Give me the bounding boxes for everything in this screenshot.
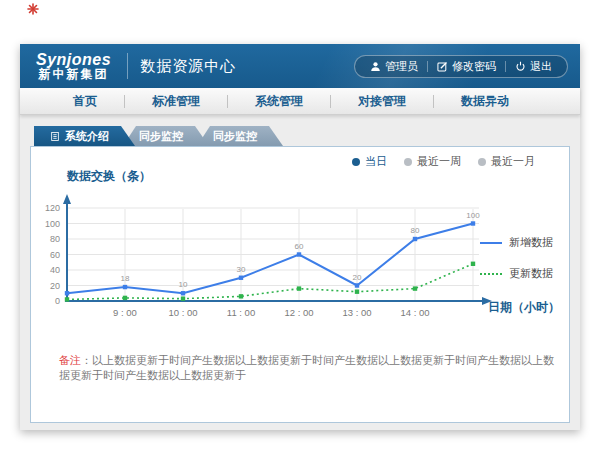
svg-text:100: 100 <box>466 211 480 220</box>
page-logo-mark <box>27 3 39 15</box>
svg-text:日期（小时）: 日期（小时） <box>488 300 560 314</box>
svg-text:12 : 00: 12 : 00 <box>284 307 313 318</box>
radio-today[interactable]: 当日 <box>352 154 387 169</box>
footnote-text: ：以上数据更新于时间产生数据以上数据更新于时间产生数据以上数据更新于时间产生数据… <box>59 354 554 381</box>
radio-label: 当日 <box>365 154 387 169</box>
user-menu-admin[interactable]: 管理员 <box>361 59 427 74</box>
chart-panel: 当日 最近一周 最近一月 数据交换（条） 0204060801001209 : … <box>30 146 570 423</box>
svg-text:10: 10 <box>179 280 188 289</box>
document-icon <box>50 131 60 142</box>
svg-text:80: 80 <box>411 226 420 235</box>
brand-logo-cn: 新中新集团 <box>36 68 111 81</box>
brand-logo: Synjones 新中新集团 <box>36 51 111 82</box>
tab-sync-monitor-2[interactable]: 同步监控 <box>197 126 283 146</box>
tab-label: 同步监控 <box>213 126 257 146</box>
nav-item-home[interactable]: 首页 <box>46 93 124 110</box>
svg-text:14 : 00: 14 : 00 <box>400 307 429 318</box>
svg-text:80: 80 <box>50 234 60 244</box>
change-password-button[interactable]: 修改密码 <box>428 59 505 74</box>
svg-text:40: 40 <box>50 265 60 275</box>
change-password-label: 修改密码 <box>452 59 496 74</box>
nav-item-standard-mgmt[interactable]: 标准管理 <box>125 93 227 110</box>
radio-dot-icon <box>404 158 412 166</box>
svg-text:60: 60 <box>295 242 304 251</box>
tab-system-intro[interactable]: 系统介绍 <box>34 126 135 146</box>
nav-item-interface-mgmt[interactable]: 对接管理 <box>331 93 433 110</box>
svg-text:100: 100 <box>45 219 60 229</box>
radio-last-month[interactable]: 最近一月 <box>478 154 535 169</box>
time-range-filter: 当日 最近一周 最近一月 <box>352 154 535 169</box>
svg-text:20: 20 <box>50 281 60 291</box>
user-icon <box>370 61 381 72</box>
app-title: 数据资源中心 <box>140 57 236 76</box>
legend-item-updated-data: 更新数据 <box>480 266 553 281</box>
app-window: Synjones 新中新集团 数据资源中心 管理员 修改密码 <box>20 44 580 430</box>
solid-line-swatch-icon <box>480 242 502 244</box>
svg-text:10 : 00: 10 : 00 <box>168 307 197 318</box>
user-bar: 管理员 修改密码 退出 <box>354 55 568 78</box>
nav-item-data-change[interactable]: 数据异动 <box>434 93 536 110</box>
legend-label: 更新数据 <box>509 266 553 281</box>
y-axis-title: 数据交换（条） <box>67 168 151 185</box>
power-icon <box>515 61 526 72</box>
header-divider <box>127 53 128 79</box>
brand-logo-text: Synjones <box>36 51 111 69</box>
dotted-line-swatch-icon <box>480 273 502 275</box>
radio-dot-icon <box>352 158 360 166</box>
footnote-label: 备注 <box>59 354 81 366</box>
page: Synjones 新中新集团 数据资源中心 管理员 修改密码 <box>0 0 600 450</box>
svg-text:9 : 00: 9 : 00 <box>113 307 137 318</box>
tab-bar: 系统介绍 同步监控 同步监控 <box>34 126 580 146</box>
tab-label: 同步监控 <box>139 126 183 146</box>
legend-label: 新增数据 <box>509 235 553 250</box>
user-name-label: 管理员 <box>385 59 418 74</box>
logout-label: 退出 <box>530 59 552 74</box>
content-area: 系统介绍 同步监控 同步监控 当日 最近一周 <box>20 115 580 429</box>
svg-text:13 : 00: 13 : 00 <box>342 307 371 318</box>
radio-dot-icon <box>478 158 486 166</box>
svg-text:11 : 00: 11 : 00 <box>227 307 255 318</box>
chart-legend: 新增数据 更新数据 <box>480 235 553 297</box>
radio-label: 最近一周 <box>417 154 461 169</box>
legend-item-new-data: 新增数据 <box>480 235 553 250</box>
radio-last-week[interactable]: 最近一周 <box>404 154 461 169</box>
svg-text:20: 20 <box>353 273 362 282</box>
radio-label: 最近一月 <box>491 154 535 169</box>
edit-icon <box>437 61 448 72</box>
svg-text:60: 60 <box>50 250 60 260</box>
main-nav: 首页 标准管理 系统管理 对接管理 数据异动 <box>20 88 580 115</box>
footnote: 备注：以上数据更新于时间产生数据以上数据更新于时间产生数据以上数据更新于时间产生… <box>59 353 555 383</box>
header: Synjones 新中新集团 数据资源中心 管理员 修改密码 <box>20 44 580 88</box>
svg-text:0: 0 <box>55 296 60 306</box>
logout-button[interactable]: 退出 <box>506 59 561 74</box>
nav-item-system-mgmt[interactable]: 系统管理 <box>228 93 330 110</box>
svg-text:30: 30 <box>237 265 246 274</box>
svg-text:120: 120 <box>45 203 60 213</box>
svg-text:18: 18 <box>121 274 130 283</box>
tab-label: 系统介绍 <box>65 126 109 146</box>
tab-sync-monitor-1[interactable]: 同步监控 <box>123 126 209 146</box>
